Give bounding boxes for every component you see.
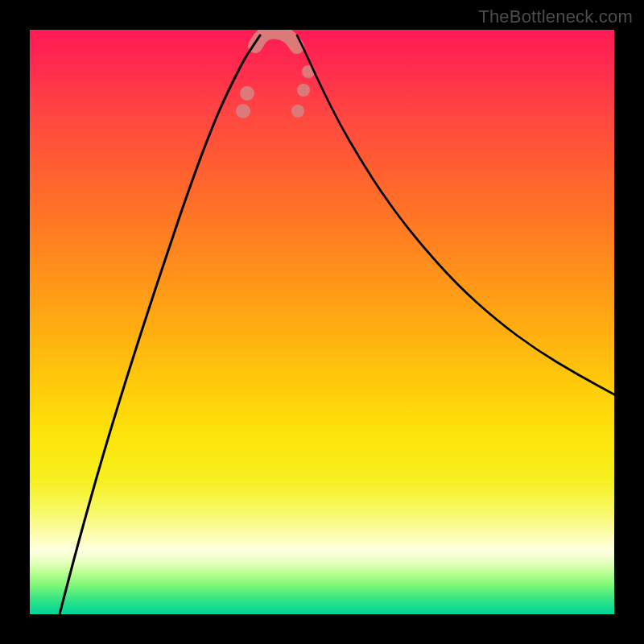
bottom-connector <box>255 32 297 47</box>
chart-svg <box>30 30 614 614</box>
right-branch-curve <box>297 35 614 394</box>
left-dot-2 <box>240 86 254 101</box>
watermark-text: TheBottleneck.com <box>478 6 633 27</box>
left-dot-1 <box>236 104 250 118</box>
chart-frame: TheBottleneck.com <box>0 0 644 644</box>
right-dot-1 <box>291 105 304 118</box>
plot-area <box>30 30 614 614</box>
right-dot-2 <box>297 84 310 97</box>
left-branch-curve <box>60 35 260 614</box>
bottom-connector-group <box>255 32 297 47</box>
curve-group <box>60 35 614 614</box>
marker-group <box>236 65 315 118</box>
